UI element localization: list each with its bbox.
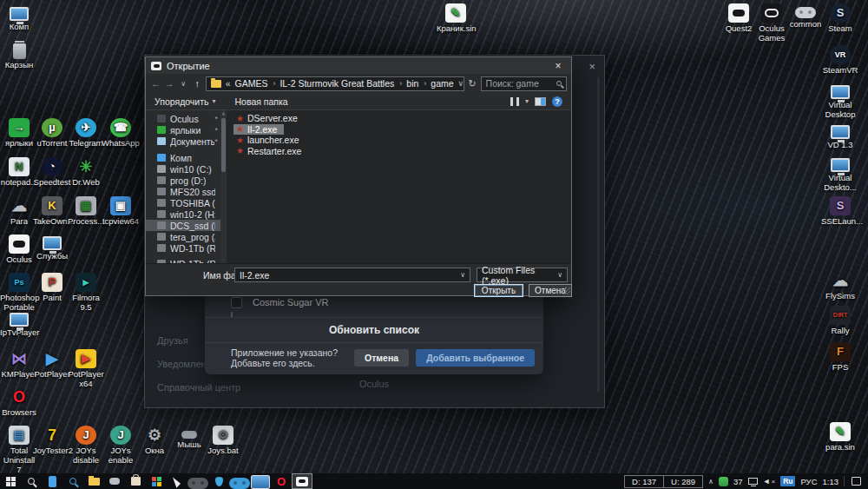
desktop-icon[interactable]: Комп (0, 5, 38, 32)
refresh-icon[interactable]: ↻ (467, 78, 478, 89)
desktop-icon[interactable]: S Steam (821, 3, 859, 34)
add-selected-button[interactable]: Добавить выбранное (416, 349, 535, 367)
breadcrumb-segment[interactable]: IL-2 Sturmovik Great Battles › (279, 78, 402, 89)
file-item[interactable]: ★ Il-2.exe (233, 124, 284, 135)
organize-button[interactable]: Упорядочить ▾ (155, 96, 216, 107)
desktop-icon[interactable]: K TakeOwn... (33, 196, 71, 227)
desktop-icon[interactable]: ▶ PotPlayer x64 (67, 349, 105, 389)
sidebar-item[interactable]: Друзья (157, 335, 188, 346)
tree-item[interactable]: DCS_ssd (I:) * (146, 220, 220, 231)
refresh-list-button[interactable]: Обновить список (205, 317, 543, 343)
hidden-icons-chevron[interactable]: ∧ (708, 478, 713, 486)
tree-scrollbar[interactable]: ∧ (220, 110, 227, 263)
breadcrumb-segment[interactable]: game › (431, 78, 453, 89)
address-bar[interactable]: « GAMES › IL-2 Sturmovik Great Battles ›… (206, 76, 464, 91)
desktop-icon[interactable]: ⚙ Joys.bat (204, 426, 242, 456)
open-button[interactable]: Открыть (474, 284, 523, 297)
desktop-icon[interactable]: ▶ Filmora 9.5 (67, 273, 105, 313)
filetype-select[interactable]: Custom Files (*.exe) ∨ (477, 268, 568, 282)
network-icon[interactable] (748, 478, 758, 485)
taskbar-icon[interactable] (292, 473, 312, 489)
desktop-icon[interactable]: DiRT Rally (821, 306, 859, 336)
file-item[interactable]: ★ Restarter.exe (233, 146, 308, 157)
taskbar-icon[interactable] (62, 473, 83, 489)
tray-status-icon[interactable] (719, 477, 728, 486)
dialog-titlebar[interactable]: Открытие × (146, 57, 571, 74)
tree-item[interactable]: prog (D:) * (146, 175, 220, 186)
scrollbar-thumb[interactable] (221, 118, 226, 172)
up-icon[interactable]: ↑ (192, 78, 203, 89)
action-center-icon[interactable] (852, 477, 861, 486)
file-item[interactable]: ★ launcher.exe (233, 135, 306, 146)
filename-input[interactable]: Il-2.exe ∨ (234, 268, 470, 282)
add-app-hint-link[interactable]: Приложение не указано? Добавьте его здес… (231, 347, 347, 368)
taskbar-icon[interactable] (0, 473, 21, 489)
view-chevron-icon[interactable]: ▾ (525, 97, 529, 105)
net-speed-monitor[interactable]: D: 137 U: 289 (624, 475, 703, 488)
desktop-icon[interactable]: ⚙ Окна (135, 426, 174, 456)
tree-item[interactable]: ярлыки * (146, 124, 220, 135)
taskbar-icon[interactable] (187, 473, 208, 489)
tree-item[interactable]: Документы * (146, 135, 220, 147)
desktop-icon[interactable]: common (786, 3, 825, 30)
taskbar-icon[interactable] (250, 473, 271, 489)
tree-item[interactable]: Oculus * (146, 113, 220, 124)
scroll-up-icon[interactable]: ∧ (221, 110, 225, 117)
desktop-icon[interactable]: Мышь (170, 426, 208, 450)
desktop-icon[interactable]: IpTvPlayer (0, 311, 38, 338)
desktop-icon[interactable]: J JOYs disable (67, 426, 105, 466)
view-mode-icon[interactable] (510, 97, 519, 106)
taskbar-icon[interactable] (208, 473, 229, 489)
resize-grip[interactable] (563, 287, 570, 294)
cancel-button[interactable]: Отмена (354, 349, 409, 367)
desktop-icon[interactable]: ☁ FlySims (821, 271, 859, 301)
tree-item[interactable]: Комп * (146, 152, 220, 163)
desktop-icon[interactable]: ✈ Telegram (67, 118, 105, 149)
punto-switcher-badge[interactable]: Ru (780, 476, 795, 486)
volume-muted-icon[interactable]: ◄ × (763, 477, 776, 486)
desktop-icon[interactable]: J JOYs enable (102, 426, 140, 466)
breadcrumb-segment[interactable]: bin › (406, 78, 426, 89)
close-icon[interactable]: × (589, 61, 595, 72)
desktop-icon[interactable]: O Browsers (0, 387, 38, 418)
tree-item[interactable]: TOSHIBA (G:) * (146, 197, 220, 208)
taskbar-icon[interactable] (42, 473, 62, 489)
desktop-icon[interactable]: Virtual Desktop (821, 83, 859, 120)
back-icon[interactable]: ← (150, 78, 161, 89)
desktop-icon[interactable]: ◔ Speedtest (33, 157, 71, 188)
language-indicator[interactable]: РУС (800, 477, 817, 486)
desktop-icon[interactable]: S SSELaun... (821, 196, 859, 227)
tree-item[interactable]: WD-1Tb (R:) * (146, 258, 220, 263)
file-item[interactable]: ★ DServer.exe (233, 113, 305, 124)
forward-icon[interactable]: → (164, 78, 175, 89)
desktop-icon[interactable]: ✎ Краник.sin (437, 3, 475, 34)
help-icon[interactable]: ? (552, 96, 562, 107)
preview-pane-icon[interactable] (535, 97, 546, 106)
search-input[interactable]: Поиск: game (481, 76, 567, 91)
taskbar-icon[interactable] (21, 473, 42, 489)
tree-item[interactable]: tera_prog (J:) * (146, 231, 220, 242)
tree-item[interactable]: win10 (C:) * (146, 163, 220, 175)
taskbar-icon[interactable] (104, 473, 125, 489)
desktop-icon[interactable]: ✳ Dr.Web (67, 157, 105, 188)
taskbar-icon[interactable] (229, 473, 250, 489)
clock[interactable]: 1:13 (823, 477, 839, 486)
taskbar-icon[interactable] (146, 473, 167, 489)
desktop-icon[interactable]: µ uTorrent (33, 118, 71, 149)
checkbox[interactable] (231, 297, 242, 308)
scrollbar[interactable] (597, 77, 600, 392)
desktop-icon[interactable]: ▦ Process... (67, 196, 105, 227)
taskbar-icon[interactable]: O (271, 473, 292, 489)
desktop-icon[interactable]: F FPS (821, 342, 859, 373)
taskbar-icon[interactable] (83, 473, 104, 489)
desktop-icon[interactable]: 7 JoyTester2 (33, 426, 71, 456)
desktop-icon[interactable]: ▣ tcpview64 (102, 196, 140, 227)
taskbar-icon[interactable] (167, 473, 187, 489)
breadcrumb-segment[interactable]: GAMES › (234, 78, 275, 89)
desktop-icon[interactable]: ✎ para.sin (821, 422, 859, 453)
desktop-icon[interactable]: Службы (33, 235, 71, 261)
desktop-icon[interactable]: Virtual Deskto... (821, 156, 859, 193)
desktop-icon[interactable]: VR SteamVR (821, 45, 859, 76)
desktop-icon[interactable]: P Paint (33, 273, 71, 303)
desktop-icon[interactable]: VD 1.3 (821, 123, 859, 150)
